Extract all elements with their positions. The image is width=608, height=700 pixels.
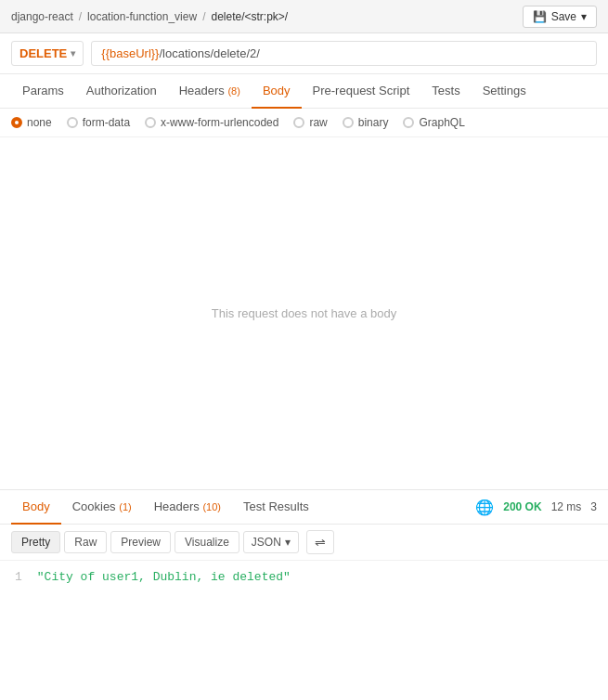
status-badge: 200 OK — [503, 500, 541, 513]
response-toolbar: Pretty Raw Preview Visualize JSON ▾ ⇌ — [0, 525, 608, 561]
format-raw-button[interactable]: Raw — [64, 531, 107, 553]
tab-authorization[interactable]: Authorization — [75, 74, 168, 109]
format-visualize-button[interactable]: Visualize — [175, 531, 239, 553]
body-type-form-data[interactable]: form-data — [67, 116, 130, 129]
format-pretty-button[interactable]: Pretty — [11, 531, 60, 553]
breadcrumb-sep2: / — [202, 10, 205, 23]
response-section: Body Cookies (1) Headers (10) Test Resul… — [0, 490, 608, 593]
body-type-none[interactable]: none — [11, 116, 52, 129]
body-type-binary[interactable]: binary — [343, 116, 389, 129]
radio-raw-circle — [293, 117, 304, 128]
response-tabs-row: Body Cookies (1) Headers (10) Test Resul… — [0, 490, 608, 525]
response-time: 12 ms — [551, 500, 582, 513]
request-tabs-row: Params Authorization Headers (8) Body Pr… — [0, 74, 608, 109]
tab-params[interactable]: Params — [11, 74, 75, 109]
top-bar: django-react / location-function_view / … — [0, 0, 608, 33]
breadcrumb-sep1: / — [79, 10, 82, 23]
response-body-text: "City of user1, Dublin, ie deleted" — [37, 570, 291, 584]
body-type-row: none form-data x-www-form-urlencoded raw… — [0, 109, 608, 137]
breadcrumb: django-react / location-function_view / … — [11, 10, 288, 23]
response-tab-test-results[interactable]: Test Results — [232, 490, 320, 525]
response-tab-cookies[interactable]: Cookies (1) — [61, 490, 143, 525]
response-size: 3 — [590, 500, 597, 513]
url-suffix: /locations/delete/2/ — [159, 46, 259, 60]
request-body-empty: This request does not have a body — [0, 137, 608, 490]
response-tab-body[interactable]: Body — [11, 490, 61, 525]
response-body: 1"City of user1, Dublin, ie deleted" — [0, 561, 608, 593]
format-preview-button[interactable]: Preview — [110, 531, 171, 553]
response-tab-headers[interactable]: Headers (10) — [143, 490, 232, 525]
line-number: 1 — [15, 570, 22, 584]
breadcrumb-part1: django-react — [11, 10, 73, 23]
breadcrumb-current: delete/<str:pk>/ — [211, 10, 288, 23]
radio-graphql-circle — [403, 117, 414, 128]
globe-icon: 🌐 — [475, 499, 494, 516]
breadcrumb-part2: location-function_view — [87, 10, 197, 23]
tab-headers[interactable]: Headers (8) — [168, 74, 252, 109]
tab-body[interactable]: Body — [252, 74, 302, 109]
response-meta: 🌐 200 OK 12 ms 3 — [475, 499, 597, 516]
method-chevron-icon: ▾ — [71, 48, 75, 58]
body-type-graphql[interactable]: GraphQL — [403, 116, 464, 129]
url-variable: {{baseUrl}} — [101, 46, 159, 60]
radio-formdata-circle — [67, 117, 78, 128]
save-chevron-icon: ▾ — [581, 10, 587, 23]
save-label: Save — [551, 10, 576, 23]
body-type-raw[interactable]: raw — [293, 116, 327, 129]
radio-binary-circle — [343, 117, 354, 128]
json-chevron-icon: ▾ — [285, 536, 291, 549]
wrap-button[interactable]: ⇌ — [306, 530, 334, 554]
save-button[interactable]: 💾 Save ▾ — [523, 6, 597, 28]
radio-none-circle — [11, 117, 22, 128]
method-label: DELETE — [19, 46, 67, 60]
body-type-urlencoded[interactable]: x-www-form-urlencoded — [145, 116, 278, 129]
radio-urlencoded-circle — [145, 117, 156, 128]
tab-tests[interactable]: Tests — [420, 74, 471, 109]
json-format-selector[interactable]: JSON ▾ — [243, 531, 299, 553]
tab-prerequest[interactable]: Pre-request Script — [302, 74, 421, 109]
response-tabs: Body Cookies (1) Headers (10) Test Resul… — [11, 490, 320, 524]
url-bar: DELETE ▾ {{baseUrl}}/locations/delete/2/ — [0, 33, 608, 74]
tab-settings[interactable]: Settings — [472, 74, 537, 109]
url-input[interactable]: {{baseUrl}}/locations/delete/2/ — [91, 41, 597, 66]
save-icon: 💾 — [533, 10, 547, 23]
wrap-icon: ⇌ — [315, 535, 326, 550]
method-selector[interactable]: DELETE ▾ — [11, 41, 84, 66]
